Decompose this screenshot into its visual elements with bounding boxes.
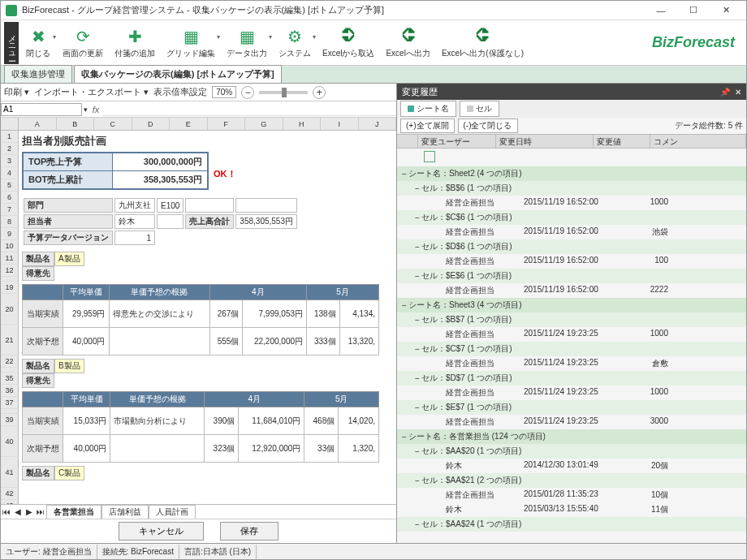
- row-header[interactable]: 12: [1, 265, 19, 277]
- row-header[interactable]: 11: [1, 252, 19, 265]
- table-row[interactable]: 当期実績15,033円市場動向分析により390個11,684,010円468個1…: [23, 407, 379, 435]
- row-header[interactable]: 8: [1, 216, 19, 228]
- zoom-slider[interactable]: [259, 91, 308, 94]
- row-header[interactable]: 4: [1, 167, 19, 179]
- row-header[interactable]: 5: [1, 179, 19, 192]
- history-row[interactable]: 経営企画担当2015/11/19 16:52:00池袋: [397, 225, 746, 239]
- grid-edit-button[interactable]: ▦グリッド編集▾: [162, 22, 220, 64]
- filter-cell-tab[interactable]: セル: [460, 101, 499, 117]
- zoom-in-button[interactable]: +: [313, 86, 326, 99]
- history-subgroup[interactable]: −セル：$D$7 (1 つの項目): [397, 371, 746, 386]
- collapse-all-button[interactable]: (-)全て閉じる: [458, 118, 518, 133]
- row-header[interactable]: 41: [1, 457, 19, 488]
- history-subgroup[interactable]: −セル：$E$7 (1 つの項目): [397, 400, 746, 415]
- menu-button[interactable]: メニュー: [4, 22, 19, 64]
- row-header[interactable]: 2: [1, 143, 19, 155]
- cancel-button[interactable]: キャンセル: [119, 522, 204, 541]
- history-row[interactable]: 経営企画担当2015/11/19 16:52:00100: [397, 254, 746, 269]
- history-subgroup[interactable]: −セル：$C$7 (1 つの項目): [397, 342, 746, 356]
- pin-icon[interactable]: 📌: [720, 88, 730, 97]
- col-header[interactable]: F: [208, 118, 246, 130]
- col-header[interactable]: A: [19, 118, 57, 130]
- row-header[interactable]: 19: [1, 282, 19, 294]
- row-header[interactable]: 36: [1, 385, 19, 397]
- row-header[interactable]: 39: [1, 414, 19, 426]
- history-row[interactable]: 経営企画担当2015/01/28 11:35:2310個: [397, 488, 746, 502]
- tab-progress[interactable]: 収集進捗管理: [4, 65, 72, 83]
- row-header[interactable]: 20: [1, 294, 19, 325]
- row-header[interactable]: 35: [1, 373, 19, 385]
- cell-name-box[interactable]: [1, 103, 82, 116]
- excel-import-button[interactable]: ⮊Excelから取込: [317, 22, 379, 64]
- history-list[interactable]: −シート名：Sheet2 (4 つの項目) −セル：$B$6 (1 つの項目) …: [397, 149, 746, 543]
- row-header[interactable]: 1: [1, 131, 19, 143]
- row-header[interactable]: 40: [1, 426, 19, 457]
- zoom-percent[interactable]: 70%: [212, 86, 236, 98]
- add-note-button[interactable]: ✚付箋の追加: [110, 22, 160, 64]
- import-export-menu[interactable]: インポート・エクスポート ▾: [34, 86, 149, 98]
- history-row[interactable]: 経営企画担当2015/11/24 19:23:251000: [397, 327, 746, 342]
- history-row[interactable]: 経営企画担当2015/11/24 19:23:251000: [397, 386, 746, 400]
- col-header[interactable]: I: [321, 118, 359, 130]
- zoom-out-button[interactable]: −: [241, 86, 254, 99]
- save-button[interactable]: 保存: [220, 522, 279, 541]
- close-window-button[interactable]: ✕: [710, 2, 741, 19]
- system-button[interactable]: ⚙システム▾: [274, 22, 316, 64]
- history-row[interactable]: 鈴木2014/12/30 13:01:4920個: [397, 459, 746, 473]
- col-header[interactable]: B: [57, 118, 95, 130]
- sheet-nav-first[interactable]: ⏮: [1, 507, 12, 516]
- history-subgroup[interactable]: −セル：$AA$24 (1 つの項目): [397, 517, 746, 532]
- history-group[interactable]: −シート名：各営業担当 (124 つの項目): [397, 429, 746, 444]
- excel-export-noprotect-button[interactable]: ⮈Excelへ出力(保護なし): [437, 22, 529, 64]
- table-row[interactable]: 次期予想40,000円323個12,920,000円33個1,320,: [23, 435, 379, 463]
- row-header[interactable]: 43: [1, 500, 19, 504]
- history-subgroup[interactable]: −セル：$AA$20 (1 つの項目): [397, 444, 746, 459]
- history-row[interactable]: 経営企画担当2015/11/24 19:23:253000: [397, 415, 746, 429]
- col-header[interactable]: D: [132, 118, 171, 130]
- sheet-tab-sales[interactable]: 各営業担当: [46, 505, 101, 519]
- history-group[interactable]: −シート名：Sheet3 (4 つの項目): [397, 298, 746, 312]
- row-header[interactable]: 7: [1, 204, 19, 216]
- col-header[interactable]: J: [359, 118, 397, 130]
- table-row[interactable]: 当期実績29,959円得意先との交渉により267個7,999,053円138個4…: [23, 300, 379, 328]
- col-header[interactable]: H: [283, 118, 322, 130]
- refresh-button[interactable]: ⟳画面の更新: [58, 22, 108, 64]
- maximize-button[interactable]: ☐: [678, 2, 709, 19]
- history-subgroup[interactable]: −セル：$AA$21 (2 つの項目): [397, 473, 746, 488]
- row-header[interactable]: 37: [1, 397, 19, 409]
- row-header[interactable]: 9: [1, 228, 19, 240]
- history-subgroup[interactable]: −セル：$D$6 (1 つの項目): [397, 239, 746, 254]
- sheet-body[interactable]: 1 2 3 4 5 6 7 8 9 10 11 12 19 2: [1, 131, 396, 504]
- row-header[interactable]: 42: [1, 488, 19, 500]
- history-row[interactable]: 経営企画担当2015/11/24 19:23:25倉敷: [397, 356, 746, 371]
- formula-bar[interactable]: [102, 103, 396, 116]
- expand-all-button[interactable]: (+)全て展開: [400, 118, 455, 133]
- row-header[interactable]: 10: [1, 240, 19, 252]
- close-button[interactable]: ✖閉じる▾: [20, 22, 56, 64]
- print-menu[interactable]: 印刷 ▾: [4, 86, 29, 98]
- col-header[interactable]: E: [170, 118, 208, 130]
- sheet-tab-staff[interactable]: 人員計画: [149, 505, 196, 519]
- history-subgroup[interactable]: −セル：$B$6 (1 つの項目): [397, 181, 746, 196]
- data-output-button[interactable]: ▦データ出力▾: [222, 22, 272, 64]
- zoom-setting-button[interactable]: 表示倍率設定: [153, 86, 207, 98]
- table-row[interactable]: 次期予想40,000円555個22,200,000円333個13,320,: [23, 328, 379, 355]
- sheet-nav-last[interactable]: ⏭: [35, 507, 46, 516]
- col-header[interactable]: G: [245, 118, 283, 130]
- filter-sheet-tab[interactable]: シート名: [400, 101, 456, 117]
- history-subgroup[interactable]: −セル：$B$7 (1 つの項目): [397, 312, 746, 327]
- row-header[interactable]: 6: [1, 192, 19, 204]
- excel-export-button[interactable]: ⮈Excelへ出力: [381, 22, 434, 64]
- minimize-button[interactable]: —: [646, 2, 676, 19]
- col-header[interactable]: C: [94, 118, 132, 130]
- history-subgroup[interactable]: −セル：$E$6 (1 つの項目): [397, 269, 746, 283]
- history-row[interactable]: 経営企画担当2015/11/19 16:52:002222: [397, 283, 746, 298]
- row-header[interactable]: 21: [1, 325, 19, 355]
- sheet-nav-next[interactable]: ▶: [24, 507, 35, 516]
- sheet-nav-prev[interactable]: ◀: [12, 507, 24, 516]
- row-header[interactable]: 3: [1, 155, 19, 167]
- row-header[interactable]: 22: [1, 355, 19, 368]
- tab-package-edit[interactable]: 収集パッケージの表示(編集) [ボトムアップ予算]: [74, 65, 282, 83]
- close-panel-icon[interactable]: ✕: [735, 88, 741, 97]
- history-row[interactable]: 鈴木2015/03/13 15:55:4011個: [397, 502, 746, 517]
